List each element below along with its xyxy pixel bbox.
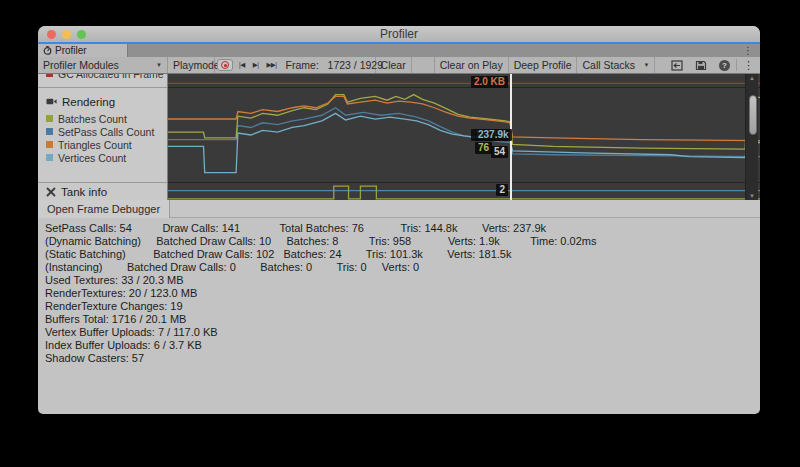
tank-info-chart-strip[interactable] <box>168 183 760 200</box>
chevron-down-icon: ▼ <box>156 62 162 68</box>
value-label-setpass: 54 <box>491 146 508 158</box>
tab-label: Profiler <box>55 45 87 56</box>
playmode-dropdown[interactable]: Playmode ▼ <box>168 57 215 73</box>
load-profile-button[interactable] <box>665 57 689 73</box>
legend-item-vertices-count[interactable]: Vertices Count <box>38 151 167 164</box>
clear-button[interactable]: Clear <box>376 57 412 73</box>
chevron-down-icon: ▼ <box>644 62 650 68</box>
tab-bar: Profiler ⋮ <box>38 44 760 57</box>
value-label-batches: 76 <box>475 142 492 154</box>
legend-swatch <box>46 74 53 77</box>
save-profile-button[interactable] <box>689 57 713 73</box>
legend-item-triangles-count[interactable]: Triangles Count <box>38 138 167 151</box>
module-gc-allocated-clipped[interactable]: GC Allocated in Frame <box>38 74 167 81</box>
legend-swatch <box>46 141 53 148</box>
chart-area: GC Allocated in Frame Rendering Batches … <box>38 74 760 200</box>
module-sidebar: GC Allocated in Frame Rendering Batches … <box>38 74 168 200</box>
toolbar-menu-icon[interactable]: ⋮ <box>737 57 760 73</box>
rendering-stats: SetPass Calls: 54 Draw Calls: 141 Total … <box>45 222 751 365</box>
legend-swatch <box>46 115 53 122</box>
stats-line: Shadow Casters: 57 <box>45 352 751 365</box>
previous-frame-button[interactable]: |◀ <box>235 57 249 73</box>
stats-line: Buffers Total: 1716 / 20.1 MB <box>45 313 751 326</box>
record-icon <box>221 61 229 69</box>
stats-line: Index Buffer Uploads: 6 / 3.7 KB <box>45 339 751 352</box>
stats-line: RenderTexture Changes: 19 <box>45 300 751 313</box>
stats-line: (Dynamic Batching) Batched Draw Calls: 1… <box>45 235 751 248</box>
open-frame-debugger-button[interactable]: Open Frame Debugger <box>38 200 170 218</box>
value-label-tank: 2 <box>496 184 508 196</box>
chart-scrollbar: ▲ ▼ <box>745 74 758 200</box>
frame-counter: Frame: 1723 / 1929 <box>281 57 376 73</box>
sidebar-separator <box>38 182 167 183</box>
toolbar-spacer <box>412 57 434 73</box>
chart-plot: ▲ ▼ <box>168 74 760 200</box>
profiler-window: Profiler Profiler ⋮ Profiler Modules ▼ <box>38 26 760 414</box>
clear-on-play-button[interactable]: Clear on Play <box>434 57 509 73</box>
legend-item-setpass-calls-count[interactable]: SetPass Calls Count <box>38 125 167 138</box>
rendering-chart-strip[interactable] <box>168 88 760 182</box>
record-button[interactable] <box>217 59 233 71</box>
frame-debugger-row: Open Frame Debugger <box>38 200 760 218</box>
scrollbar-thumb[interactable] <box>749 95 757 135</box>
screen-background: Profiler Profiler ⋮ Profiler Modules ▼ <box>0 0 800 467</box>
value-label-vertices: 237.9k <box>475 129 512 141</box>
tank-info-module-icon <box>46 187 56 197</box>
stats-line: RenderTextures: 20 / 123.0 MB <box>45 287 751 300</box>
tab-profiler[interactable]: Profiler <box>38 44 128 57</box>
call-stacks-dropdown[interactable]: Call Stacks ▼ <box>577 57 655 73</box>
scroll-down-icon[interactable]: ▼ <box>746 193 758 199</box>
gc-allocated-chart-strip[interactable] <box>168 74 760 87</box>
current-frame-button[interactable]: ▶▶| <box>262 57 280 73</box>
scroll-up-icon[interactable]: ▲ <box>746 75 758 81</box>
deep-profile-button[interactable]: Deep Profile <box>509 57 578 73</box>
stats-line: SetPass Calls: 54 Draw Calls: 141 Total … <box>45 222 751 235</box>
save-icon <box>695 60 707 71</box>
legend-swatch <box>46 154 53 161</box>
tab-menu-icon[interactable]: ⋮ <box>743 44 753 57</box>
rendering-module-icon <box>46 97 57 106</box>
title-bar: Profiler <box>38 26 760 42</box>
module-header-rendering[interactable]: Rendering <box>38 94 167 109</box>
load-icon <box>671 60 683 71</box>
value-label-gc: 2.0 KB <box>471 76 508 88</box>
help-button[interactable]: ? <box>713 57 736 73</box>
profiler-toolbar: Profiler Modules ▼ Playmode ▼ |◀ ▶| ▶▶| … <box>38 57 760 74</box>
stats-line: (Instancing) Batched Draw Calls: 0 Batch… <box>45 261 751 274</box>
window-title: Profiler <box>38 27 760 41</box>
stats-line: Used Textures: 33 / 20.3 MB <box>45 274 751 287</box>
sidebar-separator <box>38 87 167 88</box>
stats-line: Vertex Buffer Uploads: 7 / 117.0 KB <box>45 326 751 339</box>
stats-line: (Static Batching) Batched Draw Calls: 10… <box>45 248 751 261</box>
toolbar-right-group: ? ⋮ <box>665 57 760 73</box>
help-icon: ? <box>719 60 730 71</box>
legend-item-batches-count[interactable]: Batches Count <box>38 112 167 125</box>
legend-swatch <box>46 128 53 135</box>
next-frame-button[interactable]: ▶| <box>249 57 263 73</box>
profiler-modules-dropdown[interactable]: Profiler Modules ▼ <box>38 57 168 73</box>
profiler-tab-icon <box>43 46 52 55</box>
